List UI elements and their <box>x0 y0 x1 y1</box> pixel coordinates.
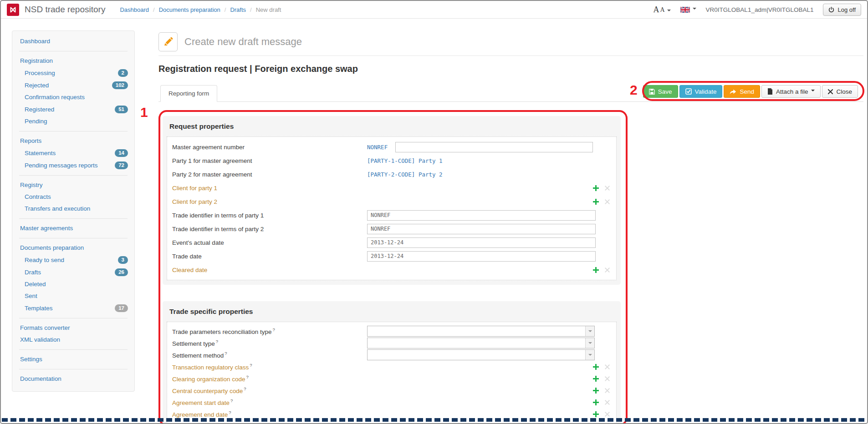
save-button[interactable]: Save <box>643 85 678 98</box>
select-open-button[interactable] <box>585 350 594 360</box>
sidebar-link-pending-messages-reports[interactable]: Pending messages reports <box>25 162 98 169</box>
add-field-button[interactable] <box>593 411 599 417</box>
add-field-button[interactable] <box>593 399 599 405</box>
sidebar-item-rejected[interactable]: Rejected102 <box>12 79 134 91</box>
breadcrumb-dashboard[interactable]: Dashboard <box>120 6 149 13</box>
sidebar-link-templates[interactable]: Templates <box>25 305 53 312</box>
text-input[interactable] <box>367 224 596 234</box>
breadcrumb-drafts[interactable]: Drafts <box>230 6 246 13</box>
field-label[interactable]: Cleared date <box>172 267 367 273</box>
breadcrumb-documents-preparation[interactable]: Documents preparation <box>159 6 220 13</box>
close-button[interactable]: Close <box>822 85 858 98</box>
static-value: [PARTY-1-CODE] Party 1 <box>367 157 443 164</box>
select-dropdown[interactable] <box>367 338 595 348</box>
sidebar-item-pending-messages-reports[interactable]: Pending messages reports72 <box>12 159 134 172</box>
sidebar-link-confirmation-requests[interactable]: Confirmation requests <box>25 94 85 101</box>
add-field-button[interactable] <box>593 376 599 382</box>
text-input[interactable] <box>395 142 593 152</box>
sidebar-link-registered[interactable]: Registered <box>25 106 54 113</box>
sidebar-item-dashboard[interactable]: Dashboard <box>12 35 134 47</box>
send-button[interactable]: Send <box>724 85 760 98</box>
breadcrumb: Dashboard/Documents preparation/Drafts/N… <box>120 6 281 13</box>
sidebar-item-settings[interactable]: Settings <box>12 353 134 365</box>
add-field-button[interactable] <box>593 388 599 394</box>
sidebar-link-contracts[interactable]: Contracts <box>25 193 51 201</box>
field-label[interactable]: Agreement end date? <box>172 410 367 418</box>
sidebar-item-transfers-and-execution[interactable]: Transfers and execution <box>12 203 134 215</box>
field-label[interactable]: Clearing organization code? <box>172 374 367 383</box>
sidebar-divider <box>19 369 128 369</box>
sidebar-link-xml-validation[interactable]: XML validation <box>20 336 60 343</box>
sidebar-link-documents-preparation[interactable]: Documents preparation <box>20 244 84 252</box>
field-label[interactable]: Client for party 1 <box>172 185 367 192</box>
field-label[interactable]: Agreement start date? <box>172 398 367 406</box>
select-dropdown[interactable] <box>367 349 595 360</box>
sidebar-item-confirmation-requests[interactable]: Confirmation requests <box>12 91 134 103</box>
logoff-button[interactable]: Log off <box>823 4 861 16</box>
language-selector[interactable] <box>680 7 696 13</box>
sidebar-link-drafts[interactable]: Drafts <box>25 269 41 276</box>
add-field-button[interactable] <box>593 267 599 273</box>
sidebar-link-master-agreements[interactable]: Master agreements <box>20 225 73 232</box>
sidebar-link-documentation[interactable]: Documentation <box>20 375 61 383</box>
sidebar-item-statements[interactable]: Statements14 <box>12 147 134 159</box>
text-input[interactable] <box>367 210 596 221</box>
sidebar-item-registry[interactable]: Registry <box>12 179 134 191</box>
sidebar-link-pending[interactable]: Pending <box>25 118 47 125</box>
sidebar-link-registration[interactable]: Registration <box>20 57 53 65</box>
sidebar-link-sent[interactable]: Sent <box>25 293 37 300</box>
sidebar-item-templates[interactable]: Templates17 <box>12 302 134 314</box>
sidebar-item-contracts[interactable]: Contracts <box>12 191 134 203</box>
sidebar-item-master-agreements[interactable]: Master agreements <box>12 222 134 234</box>
attach-file-button[interactable]: Attach a file <box>761 85 821 98</box>
sidebar-item-formats-converter[interactable]: Formats converter <box>12 322 134 334</box>
field-label[interactable]: Client for party 2 <box>172 198 367 205</box>
sidebar-item-reports[interactable]: Reports <box>12 135 134 147</box>
add-field-button[interactable] <box>593 185 599 191</box>
sidebar-item-documents-preparation[interactable]: Documents preparation <box>12 242 134 254</box>
remove-field-button[interactable] <box>605 199 610 204</box>
sidebar-link-settings[interactable]: Settings <box>20 356 42 363</box>
sidebar-link-statements[interactable]: Statements <box>25 150 56 157</box>
remove-field-button[interactable] <box>605 388 610 393</box>
field-label[interactable]: Transaction regulatory class? <box>172 363 367 371</box>
sidebar-item-deleted[interactable]: Deleted <box>12 278 134 290</box>
sidebar-link-transfers-and-execution[interactable]: Transfers and execution <box>25 205 90 212</box>
sidebar-item-registered[interactable]: Registered51 <box>12 103 134 116</box>
sidebar-link-rejected[interactable]: Rejected <box>25 82 49 89</box>
sidebar-item-xml-validation[interactable]: XML validation <box>12 334 134 346</box>
select-open-button[interactable] <box>585 338 594 348</box>
remove-field-button[interactable] <box>605 400 610 405</box>
text-input[interactable] <box>367 251 596 262</box>
form-row: Agreement start date? <box>172 396 611 408</box>
field-label[interactable]: Central counterparty code? <box>172 386 367 394</box>
remove-field-button[interactable] <box>605 364 610 369</box>
remove-field-button[interactable] <box>605 268 610 273</box>
sidebar-link-reports[interactable]: Reports <box>20 137 41 145</box>
remove-field-button[interactable] <box>605 186 610 191</box>
validate-button[interactable]: Validate <box>679 85 723 98</box>
sidebar-item-processing[interactable]: Processing2 <box>12 67 134 79</box>
tab-reporting-form[interactable]: Reporting form <box>160 85 217 102</box>
add-field-button[interactable] <box>593 199 599 205</box>
sidebar-link-processing[interactable]: Processing <box>25 70 55 77</box>
select-dropdown[interactable] <box>367 326 595 337</box>
sidebar-item-sent[interactable]: Sent <box>12 290 134 302</box>
sidebar-link-formats-converter[interactable]: Formats converter <box>20 324 70 332</box>
add-field-button[interactable] <box>593 364 599 370</box>
sidebar-item-drafts[interactable]: Drafts26 <box>12 266 134 278</box>
sidebar-item-ready-to-send[interactable]: Ready to send3 <box>12 254 134 266</box>
sidebar-link-deleted[interactable]: Deleted <box>25 281 46 288</box>
select-open-button[interactable] <box>585 326 594 336</box>
sidebar-link-ready-to-send[interactable]: Ready to send <box>25 257 64 264</box>
text-input[interactable] <box>367 237 596 248</box>
field-label[interactable]: Financial instruments classification cod… <box>172 423 367 424</box>
sidebar-item-pending[interactable]: Pending <box>12 116 134 127</box>
sidebar-item-documentation[interactable]: Documentation <box>12 373 134 385</box>
sidebar-link-dashboard[interactable]: Dashboard <box>20 38 50 45</box>
font-size-control[interactable]: AA <box>653 6 670 13</box>
remove-field-button[interactable] <box>605 412 610 417</box>
sidebar-link-registry[interactable]: Registry <box>20 182 43 189</box>
sidebar-item-registration[interactable]: Registration <box>12 55 134 67</box>
remove-field-button[interactable] <box>605 376 610 381</box>
